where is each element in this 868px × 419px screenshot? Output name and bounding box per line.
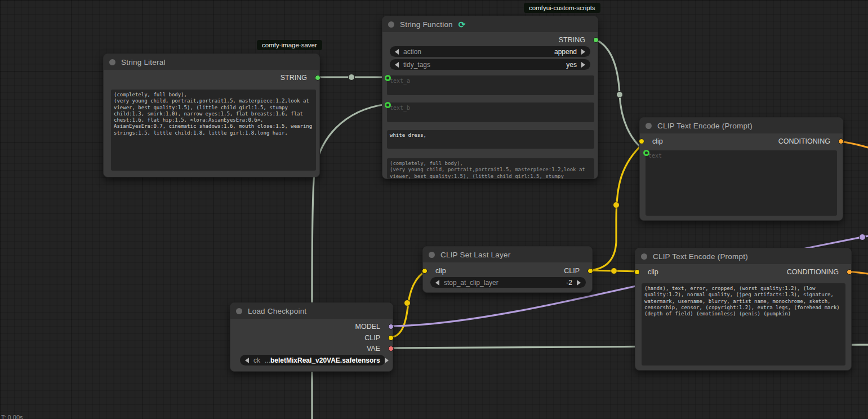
string-literal-textarea[interactable]: (completely, full body), (very young chi…	[111, 90, 316, 171]
stop-at-clip-layer-widget[interactable]: stop_at_clip_layer -2	[430, 277, 586, 288]
collapse-dot-icon[interactable]	[388, 21, 394, 28]
clip-output-slot[interactable]	[587, 268, 593, 274]
node-clip-set-last-layer[interactable]: CLIP Set Last Layer clip CLIP stop_at_cl…	[422, 246, 593, 293]
node-clip-text-encode-negative[interactable]: CLIP Text Encode (Prompt) clip CONDITION…	[635, 248, 852, 371]
decrement-arrow-icon[interactable]	[395, 62, 399, 68]
node-title: CLIP Text Encode (Prompt)	[653, 252, 748, 261]
node-title: String Function	[400, 20, 453, 29]
node-string-literal[interactable]: String Literal STRING (completely, full …	[103, 54, 320, 177]
ckpt-name-widget[interactable]: ck ... beletMixReal_v20VAE.safetensors	[240, 355, 385, 365]
clip-output-slot[interactable]	[388, 335, 394, 341]
collapse-dot-icon[interactable]	[429, 252, 435, 258]
collapse-dot-icon[interactable]	[236, 308, 242, 314]
collapse-dot-icon[interactable]	[646, 123, 652, 129]
link-midpoint-dot	[404, 300, 411, 306]
node-title-bar[interactable]: CLIP Set Last Layer	[423, 247, 592, 262]
clip-input-slot[interactable]	[634, 269, 640, 275]
widget-value: beletMixReal_v20VAE.safetensors	[270, 356, 380, 364]
node-string-function[interactable]: String Function ⟳ STRING action append t…	[382, 16, 598, 179]
node-title: CLIP Set Last Layer	[440, 251, 510, 259]
string-output-slot[interactable]	[593, 37, 599, 43]
text-input-slot[interactable]	[643, 150, 649, 156]
prompt-textarea[interactable]	[646, 150, 837, 216]
collapse-dot-icon[interactable]	[109, 59, 115, 65]
widget-label: action	[403, 48, 421, 56]
result-textarea[interactable]: (completely, full body), (very young chi…	[387, 158, 594, 179]
increment-arrow-icon[interactable]	[385, 358, 389, 363]
increment-arrow-icon[interactable]	[581, 62, 585, 68]
node-title: Load Checkpoint	[248, 307, 306, 315]
widget-label-ellipsis: ...	[265, 356, 270, 364]
link-midpoint-dot	[860, 234, 866, 240]
widget-value: append	[554, 48, 577, 56]
output-label-conditioning: CONDITIONING	[778, 137, 830, 145]
output-label-clip: CLIP	[564, 267, 580, 275]
vae-output-slot[interactable]	[388, 346, 394, 351]
text-a-textarea[interactable]	[387, 75, 594, 95]
output-label-conditioning: CONDITIONING	[787, 268, 839, 276]
node-title-bar[interactable]: String Literal	[104, 54, 319, 70]
custom-scripts-logo-icon: ⟳	[459, 20, 466, 29]
node-source-badge: comfy-image-saver	[257, 40, 322, 50]
decrement-arrow-icon[interactable]	[435, 280, 439, 286]
output-label-string: STRING	[281, 74, 307, 82]
link-midpoint-dot	[617, 92, 623, 98]
widget-label: ck	[253, 356, 260, 364]
node-title: CLIP Text Encode (Prompt)	[657, 122, 753, 130]
node-source-badge: comfyui-custom-scripts	[524, 3, 600, 13]
link-midpoint-dot	[613, 202, 620, 208]
text-b-input-slot[interactable]	[385, 102, 391, 108]
input-label-clip: clip	[652, 137, 663, 145]
string-output-slot[interactable]	[315, 75, 321, 81]
node-title-bar[interactable]: String Function ⟳	[382, 16, 598, 32]
widget-label: stop_at_clip_layer	[444, 279, 498, 287]
increment-arrow-icon[interactable]	[577, 280, 581, 286]
output-label-string: STRING	[559, 36, 585, 44]
increment-arrow-icon[interactable]	[581, 49, 585, 55]
input-label-clip: clip	[648, 268, 658, 276]
text-a-input-slot[interactable]	[385, 75, 391, 81]
node-clip-text-encode-positive[interactable]: CLIP Text Encode (Prompt) clip CONDITION…	[639, 117, 843, 221]
clip-input-slot[interactable]	[639, 139, 644, 144]
output-label-model: MODEL	[355, 323, 380, 331]
conditioning-output-slot[interactable]	[838, 139, 844, 144]
timing-status-text: T: 0.00s	[1, 414, 23, 419]
tidy-tags-widget[interactable]: tidy_tags yes	[390, 59, 590, 70]
widget-value: yes	[566, 61, 577, 69]
output-label-clip: CLIP	[364, 334, 380, 342]
input-label-clip: clip	[435, 267, 446, 275]
link-midpoint-dot	[349, 74, 355, 81]
node-graph-canvas[interactable]: comfy-image-saver comfyui-custom-scripts…	[0, 0, 868, 419]
negative-prompt-textarea[interactable]: (hands), text, error, cropped, (worst qu…	[642, 283, 845, 365]
node-title: String Literal	[121, 58, 166, 66]
link-midpoint-dot	[611, 268, 617, 274]
widget-value: -2	[566, 279, 572, 287]
node-title-bar[interactable]: CLIP Text Encode (Prompt)	[640, 118, 843, 133]
widget-label: tidy_tags	[403, 61, 430, 69]
node-load-checkpoint[interactable]: Load Checkpoint MODEL CLIP VAE ck ... be…	[230, 302, 393, 372]
output-label-vae: VAE	[367, 345, 380, 353]
text-c-textarea[interactable]: white dress,	[387, 130, 594, 149]
conditioning-output-slot[interactable]	[847, 269, 852, 275]
clip-input-slot[interactable]	[422, 268, 428, 274]
collapse-dot-icon[interactable]	[641, 253, 647, 260]
decrement-arrow-icon[interactable]	[395, 49, 399, 55]
model-output-slot[interactable]	[388, 324, 394, 329]
action-widget[interactable]: action append	[390, 46, 590, 57]
node-title-bar[interactable]: Load Checkpoint	[230, 303, 393, 319]
text-b-textarea[interactable]	[387, 102, 594, 122]
decrement-arrow-icon[interactable]	[245, 358, 249, 363]
node-title-bar[interactable]: CLIP Text Encode (Prompt)	[635, 248, 851, 264]
